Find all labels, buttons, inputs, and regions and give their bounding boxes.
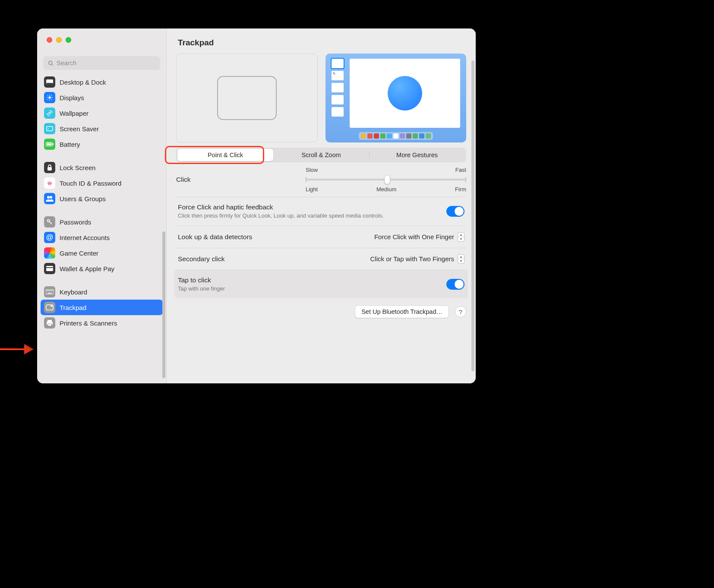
sidebar-item-lockscreen[interactable]: Lock Screen	[41, 160, 163, 175]
svg-rect-14	[47, 126, 53, 131]
row-lookup: Look up & data detectors Force Click wit…	[176, 226, 466, 248]
sidebar-item-label: Passwords	[60, 218, 91, 226]
preview-thumb: ↖	[332, 71, 344, 80]
printer-icon	[44, 317, 55, 329]
secondary-click-popup[interactable]: Click or Tap with Two Fingers ▲▼	[370, 254, 464, 264]
sidebar-item-wallpaper[interactable]: Wallpaper	[41, 105, 163, 121]
search-input[interactable]	[57, 60, 156, 66]
zoom-button[interactable]	[66, 37, 71, 43]
click-slider[interactable]	[306, 179, 466, 180]
dock-app-icon	[400, 133, 405, 139]
slider-label-slow: Slow	[306, 167, 318, 173]
sidebar-list: Desktop & Dock Displays Wallpaper Screen…	[37, 74, 166, 335]
svg-rect-25	[46, 289, 54, 294]
dock-app-icon	[419, 133, 424, 139]
svg-point-13	[49, 112, 51, 114]
minimize-button[interactable]	[56, 37, 62, 43]
dock-app-icon	[387, 133, 392, 139]
row-secondary-click: Secondary click Click or Tap with Two Fi…	[176, 248, 466, 270]
preview-viewer	[350, 59, 460, 128]
sidebar-item-label: Screen Saver	[60, 125, 99, 133]
svg-rect-19	[47, 167, 52, 171]
tap-to-click-toggle[interactable]	[446, 279, 464, 290]
circle-icon	[388, 76, 422, 111]
dock-app-icon	[361, 133, 366, 139]
sidebar-item-internet[interactable]: @ Internet Accounts	[41, 230, 163, 245]
dock-app-icon	[367, 133, 373, 139]
lookup-popup[interactable]: Force Click with One Finger ▲▼	[374, 232, 464, 242]
trackpad-preview	[176, 54, 318, 142]
sidebar-item-displays[interactable]: Displays	[41, 90, 163, 105]
lookup-value: Force Click with One Finger	[374, 233, 454, 240]
battery-icon	[44, 139, 55, 150]
wallpaper-icon	[44, 107, 55, 119]
svg-point-22	[47, 220, 50, 222]
main-content: Trackpad ↖	[167, 28, 476, 383]
sidebar-item-gamecenter[interactable]: Game Center	[41, 245, 163, 261]
sidebar-item-label: Printers & Scanners	[60, 319, 117, 327]
page-title: Trackpad	[167, 28, 476, 54]
svg-rect-18	[53, 143, 54, 145]
sidebar-scrollbar[interactable]	[162, 231, 165, 378]
sidebar-item-label: Keyboard	[60, 288, 87, 296]
sidebar-item-battery[interactable]: Battery	[41, 136, 163, 152]
sidebar-item-keyboard[interactable]: Keyboard	[41, 284, 163, 300]
force-click-toggle[interactable]	[446, 206, 464, 217]
sidebar-item-desktop-dock[interactable]: Desktop & Dock	[41, 74, 163, 90]
svg-rect-26	[47, 290, 47, 291]
sidebar-item-label: Battery	[60, 141, 80, 148]
dock-app-icon	[393, 133, 398, 139]
lookup-title: Look up & data detectors	[178, 233, 369, 241]
setup-bluetooth-button[interactable]: Set Up Bluetooth Trackpad…	[355, 305, 449, 318]
sidebar-item-trackpad[interactable]: Trackpad	[41, 300, 163, 315]
svg-line-10	[51, 99, 52, 100]
sidebar-item-label: Users & Groups	[60, 195, 106, 202]
preview-thumb	[332, 107, 344, 117]
sidebar-item-wallet[interactable]: Wallet & Apple Pay	[41, 261, 163, 276]
preview-dock	[359, 132, 433, 140]
sidebar-item-passwords[interactable]: Passwords	[41, 214, 163, 230]
sidebar-item-label: Lock Screen	[60, 164, 95, 171]
users-icon	[44, 193, 55, 204]
row-force-click: Force Click and haptic feedback Click th…	[176, 197, 466, 226]
sidebar-item-label: Wallet & Apple Pay	[60, 265, 114, 272]
dock-app-icon	[380, 133, 385, 139]
svg-rect-3	[46, 83, 53, 85]
tab-more-gestures[interactable]: More Gestures	[369, 149, 465, 161]
force-click-title: Force Click and haptic feedback	[178, 203, 441, 211]
svg-rect-23	[46, 266, 53, 271]
sidebar-item-label: Internet Accounts	[60, 234, 110, 241]
svg-point-0	[49, 61, 52, 64]
svg-point-4	[48, 96, 51, 98]
touchid-icon	[44, 177, 55, 189]
svg-point-20	[47, 196, 50, 199]
svg-rect-30	[52, 290, 53, 291]
sidebar-item-label: Displays	[60, 94, 84, 101]
slider-knob[interactable]	[384, 175, 390, 184]
lock-icon	[44, 162, 55, 173]
sidebar-item-printers[interactable]: Printers & Scanners	[41, 315, 163, 331]
tab-scroll-zoom[interactable]: Scroll & Zoom	[273, 149, 369, 161]
sidebar-item-touchid[interactable]: Touch ID & Password	[41, 175, 163, 191]
tap-to-click-title: Tap to click	[178, 276, 441, 284]
close-button[interactable]	[47, 37, 52, 43]
tab-point-click[interactable]: Point & Click	[177, 149, 273, 161]
svg-point-33	[51, 305, 52, 307]
sidebar-item-users[interactable]: Users & Groups	[41, 191, 163, 206]
click-label: Click	[176, 176, 306, 183]
chevron-up-down-icon: ▲▼	[458, 232, 464, 242]
dock-app-icon	[406, 133, 411, 139]
sidebar-item-screensaver[interactable]: Screen Saver	[41, 121, 163, 136]
svg-rect-36	[48, 324, 51, 326]
main-scrollbar[interactable]	[471, 60, 474, 371]
dock-app-icon	[413, 133, 418, 139]
search-icon	[47, 60, 54, 66]
svg-rect-24	[46, 267, 53, 268]
svg-rect-27	[48, 290, 49, 291]
svg-rect-32	[46, 305, 53, 310]
tap-to-click-description: Tap with one finger	[178, 285, 441, 293]
help-button[interactable]: ?	[455, 306, 466, 317]
svg-line-1	[52, 64, 53, 65]
search-field[interactable]	[43, 56, 160, 70]
secondary-click-title: Secondary click	[178, 255, 365, 263]
